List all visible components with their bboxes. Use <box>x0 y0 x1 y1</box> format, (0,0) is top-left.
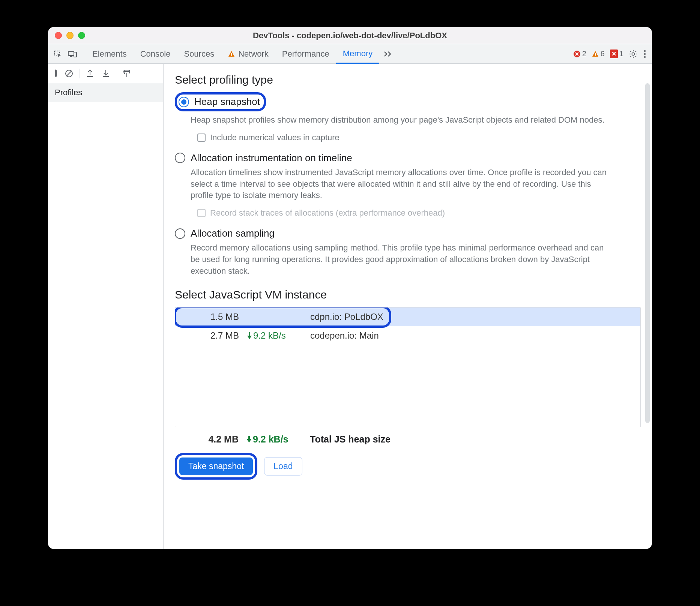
more-tabs-button[interactable] <box>379 50 397 58</box>
option-allocation-sampling: Allocation sampling Record memory alloca… <box>175 228 641 277</box>
highlight-heap-snapshot: Heap snapshot <box>175 92 266 111</box>
svg-rect-8 <box>595 55 596 56</box>
import-button[interactable] <box>100 68 111 80</box>
svg-line-14 <box>66 71 72 76</box>
error-count[interactable]: 2 <box>573 50 586 58</box>
devtools-window: DevTools - codepen.io/web-dot-dev/live/P… <box>48 27 652 549</box>
checkbox-include-numerical[interactable] <box>197 134 206 142</box>
heap-snapshot-desc: Heap snapshot profiles show memory distr… <box>191 114 611 126</box>
allocation-timeline-title[interactable]: Allocation instrumentation on timeline <box>191 152 352 164</box>
svg-rect-3 <box>74 52 77 57</box>
checkbox-record-stack <box>197 209 206 217</box>
vm-name: cdpn.io: PoLdbOX <box>310 312 635 322</box>
vm-size: 1.5 MB <box>190 312 246 322</box>
vm-row-selected[interactable]: 1.5 MB cdpn.io: PoLdbOX <box>175 308 640 326</box>
radio-allocation-timeline[interactable] <box>175 153 185 163</box>
svg-point-10 <box>644 50 646 51</box>
tab-memory[interactable]: Memory <box>336 44 379 64</box>
svg-rect-5 <box>231 55 232 56</box>
select-vm-heading: Select JavaScript VM instance <box>175 288 641 301</box>
svg-point-12 <box>644 56 646 57</box>
vm-rate: 9.2 kB/s <box>246 330 310 341</box>
vm-row[interactable]: 2.7 MB 9.2 kB/s codepen.io: Main <box>175 326 640 345</box>
close-window-button[interactable] <box>55 32 62 39</box>
svg-rect-1 <box>68 51 74 56</box>
include-numerical-label[interactable]: Include numerical values in capture <box>210 133 339 142</box>
inspect-element-icon[interactable] <box>53 50 62 58</box>
settings-gear-icon[interactable] <box>629 50 638 58</box>
memory-main-panel: Select profiling type Heap snapshot Heap… <box>164 64 652 549</box>
sidebar-toolbar <box>48 64 163 83</box>
kebab-menu-icon[interactable] <box>643 50 647 58</box>
vm-size: 2.7 MB <box>190 330 246 341</box>
svg-point-11 <box>644 53 646 54</box>
panel-tabbar: Elements Console Sources Network Perform… <box>48 44 652 64</box>
warning-count[interactable]: 6 <box>592 50 605 58</box>
minimize-window-button[interactable] <box>66 32 74 39</box>
clear-button[interactable] <box>63 68 75 80</box>
tab-network[interactable]: Network <box>221 44 275 63</box>
option-allocation-timeline: Allocation instrumentation on timeline A… <box>175 152 641 218</box>
tab-performance[interactable]: Performance <box>275 44 336 63</box>
svg-rect-7 <box>595 53 596 55</box>
svg-rect-4 <box>231 53 232 55</box>
total-label: Total JS heap size <box>310 434 635 445</box>
tab-sources[interactable]: Sources <box>177 44 221 63</box>
device-toggle-icon[interactable] <box>68 50 77 58</box>
radio-heap-snapshot[interactable] <box>179 97 189 107</box>
allocation-sampling-title[interactable]: Allocation sampling <box>191 228 275 239</box>
tab-elements[interactable]: Elements <box>86 44 134 63</box>
vm-name: codepen.io: Main <box>310 330 635 341</box>
window-controls <box>55 32 85 39</box>
svg-point-9 <box>632 52 635 55</box>
heap-snapshot-title[interactable]: Heap snapshot <box>194 96 260 108</box>
collect-garbage-button[interactable] <box>121 67 133 80</box>
select-profiling-type-heading: Select profiling type <box>175 74 641 86</box>
allocation-timeline-desc: Allocation timelines show instrumented J… <box>191 167 611 201</box>
option-heap-snapshot: Heap snapshot Heap snapshot profiles sho… <box>175 92 641 142</box>
profiles-sidebar: Profiles <box>48 64 164 549</box>
load-button[interactable]: Load <box>264 457 302 476</box>
tab-network-label: Network <box>238 49 269 59</box>
export-button[interactable] <box>84 68 96 80</box>
radio-allocation-sampling[interactable] <box>175 228 185 239</box>
maximize-window-button[interactable] <box>78 32 85 39</box>
extension-issue-count[interactable]: ✕ 1 <box>610 50 623 58</box>
heap-totals: 4.2 MB 9.2 kB/s Total JS heap size <box>175 427 641 445</box>
titlebar: DevTools - codepen.io/web-dot-dev/live/P… <box>48 27 652 44</box>
scrollbar[interactable] <box>645 83 650 423</box>
total-rate: 9.2 kB/s <box>246 434 310 445</box>
window-title: DevTools - codepen.io/web-dot-dev/live/P… <box>48 31 652 40</box>
vm-instance-table: 1.5 MB cdpn.io: PoLdbOX 2.7 MB 9.2 kB/s … <box>175 307 641 427</box>
record-stack-label: Record stack traces of allocations (extr… <box>210 208 445 218</box>
record-button[interactable] <box>53 69 59 78</box>
total-size: 4.2 MB <box>190 434 246 445</box>
highlight-take-snapshot: Take snapshot <box>175 453 257 480</box>
allocation-sampling-desc: Record memory allocations using sampling… <box>191 242 611 277</box>
tab-console[interactable]: Console <box>134 44 177 63</box>
take-snapshot-button[interactable]: Take snapshot <box>179 458 253 475</box>
profiles-heading: Profiles <box>48 83 163 102</box>
